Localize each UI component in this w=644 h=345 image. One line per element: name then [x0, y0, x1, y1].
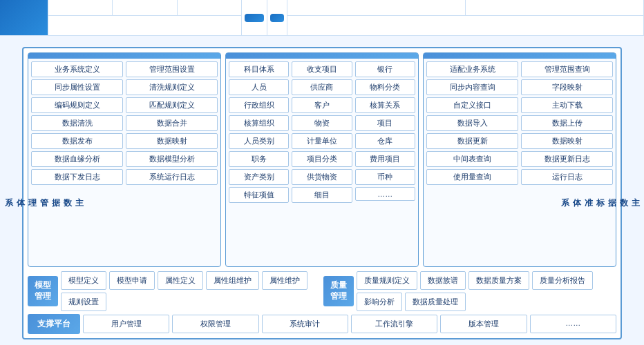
- nav-business-operation[interactable]: [446, 23, 466, 28]
- control-cell: 同步属性设置: [31, 79, 123, 95]
- model-item: 属性维护: [262, 271, 307, 290]
- control-cell: 编码规则定义: [31, 97, 123, 113]
- nav-ellipsis-right[interactable]: [466, 23, 485, 28]
- dict-cell: 细目: [292, 187, 352, 203]
- adapter-col1: 适配业务系统同步内容查询自定义接口数据导入数据更新中间表查询使用量查询: [426, 61, 518, 264]
- support-item: 权限管理: [172, 315, 258, 333]
- dict-cell: 项目: [355, 115, 415, 131]
- model-item: 模型申请: [109, 271, 155, 290]
- dict-cell: 项目分类: [292, 151, 352, 167]
- three-col-panels: 业务系统定义同步属性设置编码规则定义数据清洗数据发布数据血缘分析数据下发日志 管…: [28, 52, 616, 267]
- nav-right-group: [287, 0, 644, 35]
- adapter-cell: 管理范围查询: [521, 61, 613, 77]
- nav-dashboard-report[interactable]: [135, 23, 155, 28]
- adapter-cell: 字段映射: [521, 79, 613, 95]
- adapter-panel: 适配业务系统同步内容查询自定义接口数据导入数据更新中间表查询使用量查询 管理范围…: [423, 52, 616, 267]
- adapter-cell: 数据更新日志: [521, 151, 613, 167]
- support-item: 版本管理: [440, 315, 527, 333]
- quality-management-label: 质量管理: [323, 276, 354, 306]
- control-cell: 管理范围设置: [126, 61, 218, 77]
- nav-proxy-matters[interactable]: [287, 0, 466, 15]
- adapter-cell: 适配业务系统: [426, 61, 518, 77]
- nav-management-cockpit[interactable]: [48, 0, 113, 15]
- control-cell: 数据血缘分析: [31, 151, 123, 167]
- control-cell: 数据模型分析: [126, 151, 218, 167]
- dict-cell: 特征项值: [229, 187, 289, 203]
- control-panel-title: [28, 53, 220, 59]
- nav-right-top: [287, 0, 643, 16]
- model-quality-row: 模型管理 模型定义模型申请属性定义属性组维护属性维护规则设置 质量管理 质量规则…: [28, 271, 616, 311]
- nav-portal[interactable]: [270, 14, 284, 22]
- adapter-cell: 同步内容查询: [426, 79, 518, 95]
- dict-cell: 行政组织: [229, 97, 289, 113]
- support-item: 系统审计: [262, 315, 348, 333]
- adapter-cell: 主动下载: [521, 97, 613, 113]
- control-cell: 业务系统定义: [31, 61, 123, 77]
- quality-item: 质量分析报告: [532, 271, 593, 290]
- support-item: 用户管理: [83, 315, 169, 333]
- control-panel: 业务系统定义同步属性设置编码规则定义数据清洗数据发布数据血缘分析数据下发日志 管…: [28, 52, 221, 267]
- bottom-section: 模型管理 模型定义模型申请属性定义属性组维护属性维护规则设置 质量管理 质量规则…: [28, 271, 616, 334]
- content-area: 主数据管理体系 主数据标准体系 业务系统定义同步属性设置编码规则定义数据清洗数据…: [0, 36, 644, 345]
- nav-right-bottom: [287, 16, 643, 35]
- support-item: ……: [530, 315, 616, 333]
- control-panel-body: 业务系统定义同步属性设置编码规则定义数据清洗数据发布数据血缘分析数据下发日志 管…: [28, 59, 220, 266]
- adapter-cell: 中间表查询: [426, 151, 518, 167]
- dict-cell: 收支项目: [292, 61, 352, 77]
- model-item: 属性定义: [158, 271, 203, 290]
- support-platform-row: 支撑平台 用户管理权限管理系统审计工作流引擎版本管理……: [28, 314, 616, 334]
- control-cell: 数据清洗: [31, 115, 123, 131]
- adapter-cell: 数据映射: [521, 133, 613, 149]
- adapter-cell: 运行日志: [521, 169, 613, 185]
- control-cell: 数据下发日志: [31, 169, 123, 185]
- control-cell: 清洗规则定义: [126, 79, 218, 95]
- quality-item: 数据族谱: [420, 271, 466, 290]
- quality-item: 质量规则定义: [357, 271, 417, 290]
- right-side-container: 主数据标准体系: [559, 186, 641, 195]
- dict-col2: 收支项目供应商客户物资计量单位项目分类供货物资细目: [292, 61, 352, 264]
- model-items: 模型定义模型申请属性定义属性组维护属性维护规则设置: [61, 271, 321, 311]
- dict-cell: 银行: [355, 61, 415, 77]
- dict-cell: 币种: [355, 169, 415, 185]
- control-cell: 数据发布: [31, 133, 123, 149]
- dict-cell: 计量单位: [292, 133, 352, 149]
- nav-portal-container: [267, 0, 287, 35]
- nav-apply-approve[interactable]: [466, 0, 643, 15]
- adapter-cell: 数据导入: [426, 115, 518, 131]
- adapter-cell: 数据更新: [426, 133, 518, 149]
- adapter-cell: 数据上传: [521, 115, 613, 131]
- adapter-col2: 管理范围查询字段映射主动下载数据上传数据映射数据更新日志运行日志: [521, 61, 613, 264]
- nav-data-analysis[interactable]: [0, 0, 48, 35]
- model-item: 规则设置: [61, 293, 106, 311]
- quality-item: 数据质量方案: [468, 271, 529, 290]
- nav-business-analysis[interactable]: [113, 0, 177, 15]
- control-cell: 匹配规则定义: [126, 97, 218, 113]
- dict-cell: 费用项目: [355, 151, 415, 167]
- dict-cell: 物资: [292, 115, 352, 131]
- control-col1: 业务系统定义同步属性设置编码规则定义数据清洗数据发布数据血缘分析数据下发日志: [31, 61, 123, 264]
- dict-cell: 客户: [292, 97, 352, 113]
- dict-panel: 科目体系人员行政组织核算组织人员类别职务资产类别特征项值 收支项目供应商客户物资…: [225, 52, 419, 267]
- dict-cell: ……: [355, 187, 415, 201]
- nav-indicator-warning[interactable]: [178, 0, 241, 15]
- nav-analysis-group: [48, 0, 242, 35]
- dict-cell: 供应商: [292, 79, 352, 95]
- control-cell: 数据映射: [126, 133, 218, 149]
- dict-cell: 核算关系: [355, 97, 415, 113]
- dict-col3: 银行物料分类核算关系项目仓库费用项目币种……: [355, 61, 415, 264]
- control-col2: 管理范围设置清洗规则定义匹配规则定义数据合并数据映射数据模型分析系统运行日志: [126, 61, 218, 264]
- dict-cell: 核算组织: [229, 115, 289, 131]
- inner-content: 业务系统定义同步属性设置编码规则定义数据清洗数据发布数据血缘分析数据下发日志 管…: [22, 47, 622, 339]
- left-side-label: 主数据管理体系: [3, 191, 85, 193]
- support-platform-label: 支撑平台: [28, 314, 80, 334]
- model-item: 属性组维护: [206, 271, 259, 290]
- support-item: 工作流引擎: [351, 315, 437, 333]
- dict-cell: 科目体系: [229, 61, 289, 77]
- dict-panel-title: [226, 53, 418, 59]
- model-management-label: 模型管理: [28, 276, 58, 306]
- control-cell: 系统运行日志: [126, 169, 218, 185]
- nav-business-app[interactable]: [245, 14, 264, 22]
- top-nav: [0, 0, 644, 36]
- dict-cell: 物料分类: [355, 79, 415, 95]
- quality-item: 数据质量处理: [405, 293, 466, 311]
